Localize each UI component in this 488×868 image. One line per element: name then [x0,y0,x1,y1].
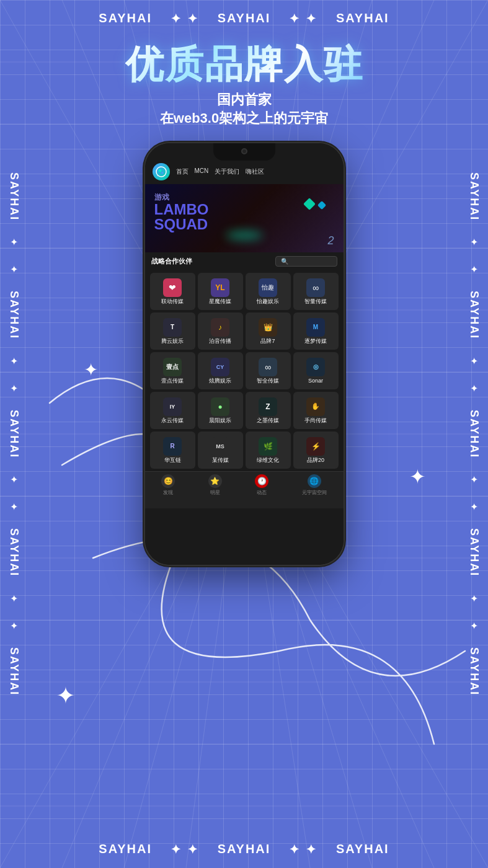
nav-star[interactable]: ⭐ 明星 [208,474,222,496]
brand-cell-7[interactable]: 👑 品牌7 [246,312,291,350]
brand-name-11: 智全传媒 [257,378,279,384]
phone-screen: 首页 MCN 关于我们 嗨社区 游戏 LAMBOSQUAD [145,143,344,565]
brand-icon-20: ⚡ [306,437,325,456]
right-sayhai-4: SAYHAI [468,528,481,577]
nav-discover[interactable]: 😊 发现 [161,474,175,496]
brand-cell-5[interactable]: T 腾云娱乐 [150,312,195,350]
left-sayhai-5: SAYHAI [7,647,20,696]
brand-cell-11[interactable]: ∞ 智全传媒 [246,352,291,389]
right-star-8: ✦ [470,620,478,632]
brand-cell-10[interactable]: CY 炫腾娱乐 [198,352,243,389]
right-sayhai-5: SAYHAI [468,647,481,696]
banner-glow [226,231,263,240]
left-sayhai-2: SAYHAI [7,291,20,339]
top-sayhai-1: SAYHAI [99,11,152,26]
headline: 优质品牌入驻 [125,43,363,86]
brand-cell-18[interactable]: MS 某传媒 [198,432,243,469]
top-diamond-1: ✦ ✦ [171,11,199,26]
brand-cell-14[interactable]: ● 晨阳娱乐 [198,392,243,429]
brand-cell-1[interactable]: ❤ 联动传媒 [150,273,195,310]
nav-star-label: 明星 [210,489,220,496]
brand-icon-9: 壹点 [163,358,182,376]
subheadline2: 在web3.0架构之上的元宇宙 [160,109,328,128]
brand-name-15: 之墨传媒 [257,417,279,424]
brand-icon-17: R [163,437,182,456]
brand-name-5: 腾云娱乐 [161,338,184,345]
subheadline1: 国内首家 [217,91,272,109]
brand-cell-4[interactable]: ∞ 智量传媒 [293,273,339,310]
nav-discover-icon: 😊 [161,474,175,488]
right-star-5: ✦ [470,474,478,485]
banner-text: 游戏 LAMBOSQUAD [154,193,209,232]
brand-name-13: 永云传媒 [161,417,184,424]
brand-name-10: 炫腾娱乐 [209,378,231,384]
brand-cell-2[interactable]: YL 星魔传媒 [198,273,243,310]
brand-name-20: 品牌20 [307,457,324,464]
section-header: 战略合作伙伴 🔍 [145,252,344,270]
top-diamond-2: ✦ ✦ [289,11,317,26]
right-star-7: ✦ [470,593,478,604]
search-box[interactable]: 🔍 [275,256,337,267]
nav-metaverse[interactable]: 🌐 元宇宙空间 [302,474,327,496]
brand-name-6: 泊音传播 [209,338,231,345]
left-star-3: ✦ [10,355,18,367]
nav-metaverse-label: 元宇宙空间 [302,489,327,496]
phone-camera [241,148,247,154]
right-sayhai-1: SAYHAI [468,172,481,221]
nav-mcn[interactable]: MCN [195,167,209,176]
left-star-7: ✦ [10,593,18,604]
brand-icon-3: 怡趣 [259,278,277,297]
svg-point-31 [159,169,161,172]
brand-cell-6[interactable]: ♪ 泊音传播 [198,312,243,350]
nav-metaverse-icon: 🌐 [308,474,321,488]
brand-icon-19: 🌿 [259,437,277,456]
left-star-6: ✦ [10,501,18,513]
right-sayhai-3: SAYHAI [468,410,481,458]
banner-number: 2 [327,234,334,247]
brand-cell-8[interactable]: M 逐梦传媒 [293,312,339,350]
phone-frame: 首页 MCN 关于我们 嗨社区 游戏 LAMBOSQUAD [145,143,344,565]
nav-about[interactable]: 关于我们 [215,167,239,176]
brand-cell-sonar[interactable]: ◎ Sonar [293,352,339,389]
nav-dynamic-label: 动态 [257,489,267,496]
brand-name-18: 某传媒 [212,457,229,464]
brand-cell-3[interactable]: 怡趣 怡趣娱乐 [246,273,291,310]
right-star-1: ✦ [470,236,478,248]
brand-cell-16[interactable]: ✋ 手尚传媒 [293,392,339,429]
right-sayhai-2: SAYHAI [468,291,481,339]
brand-cell-17[interactable]: R 华互链 [150,432,195,469]
brand-name-14: 晨阳娱乐 [209,417,231,424]
section-title: 战略合作伙伴 [151,257,192,266]
brand-icon-6: ♪ [211,318,229,337]
brand-icon-13: IY [163,397,182,416]
left-star-1: ✦ [10,236,18,248]
svg-point-30 [156,167,166,177]
phone-mockup: 首页 MCN 关于我们 嗨社区 游戏 LAMBOSQUAD [145,143,344,565]
brand-name-1: 联动传媒 [161,298,184,305]
brand-icon-4: ∞ [306,278,325,297]
brand-icon-2: YL [211,278,229,297]
nav-dynamic[interactable]: 🕐 动态 [255,474,268,496]
left-star-2: ✦ [10,264,18,275]
bottom-sayhai-3: SAYHAI [336,842,389,857]
svg-point-32 [161,172,163,174]
bottom-sayhai-bar: SAYHAI ✦ ✦ SAYHAI ✦ ✦ SAYHAI [0,842,488,857]
nav-home[interactable]: 首页 [176,167,189,176]
brand-name-8: 逐梦传媒 [304,338,327,345]
brand-cell-20[interactable]: ⚡ 品牌20 [293,432,339,469]
main-content: 优质品牌入驻 国内首家 在web3.0架构之上的元宇宙 [31,37,457,565]
brand-cell-9[interactable]: 壹点 壹点传媒 [150,352,195,389]
left-star-4: ✦ [10,383,18,394]
right-star-3: ✦ [470,355,478,367]
brand-cell-13[interactable]: IY 永云传媒 [150,392,195,429]
brand-name-2: 星魔传媒 [209,298,231,305]
nav-community[interactable]: 嗨社区 [246,167,264,176]
brand-name-9: 壹点传媒 [161,378,184,384]
brand-cell-19[interactable]: 🌿 绿维文化 [246,432,291,469]
app-bottom-nav: 😊 发现 ⭐ 明星 🕐 动态 🌐 元宇宙空间 [145,471,344,508]
brand-icon-14: ● [211,397,229,416]
left-sayhai-3: SAYHAI [7,410,20,458]
brand-grid: ❤ 联动传媒 YL 星魔传媒 怡趣 怡趣娱乐 [145,270,344,471]
brand-cell-15[interactable]: Z 之墨传媒 [246,392,291,429]
brand-icon-8: M [306,318,325,337]
